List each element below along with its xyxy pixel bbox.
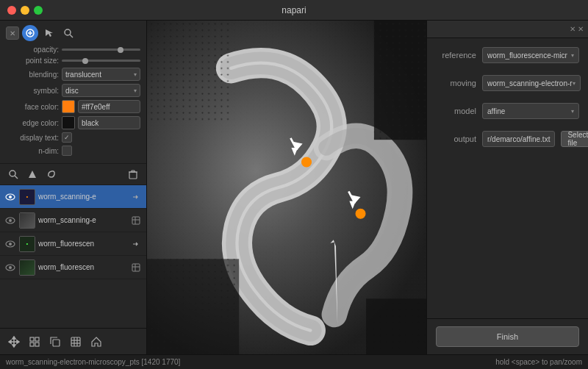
svg-point-15 (9, 219, 12, 222)
layer-type-icon (130, 262, 142, 273)
svg-point-4 (65, 29, 71, 35)
close-layer-btn[interactable]: ✕ (6, 26, 19, 40)
add-points-btn[interactable] (22, 25, 38, 41)
window-controls (7, 6, 43, 15)
symbol-select[interactable]: disc ▾ (62, 84, 140, 97)
moving-arrow-icon: ▾ (573, 80, 576, 87)
copy-icon[interactable] (47, 334, 63, 350)
right-panel: ✕ ✕ reference worm_fluorescence-micr ▾ m… (426, 21, 588, 354)
layer-item[interactable]: worm_scanning-e (0, 209, 146, 232)
svg-rect-49 (374, 21, 426, 140)
point-size-slider[interactable] (62, 60, 140, 62)
status-left: worm_scanning-electron-microscopy_pts [1… (6, 358, 180, 366)
output-row: output r/demarco/affine.txt Select file (436, 131, 579, 147)
status-right: hold <space> to pan/zoom (495, 358, 582, 366)
layer-list: • worm_scanning-e (0, 185, 146, 328)
layers-section: • worm_scanning-e (0, 164, 146, 328)
select-file-button[interactable]: Select file (561, 131, 588, 147)
layers-points-icon[interactable] (25, 167, 40, 182)
maximize-button[interactable] (34, 6, 43, 15)
display-text-label: display text: (6, 134, 59, 142)
point-size-label: point size: (6, 57, 59, 65)
layer-visibility-toggle[interactable] (4, 191, 16, 203)
blending-label: blending: (6, 71, 59, 79)
reference-row: reference worm_fluorescence-micr ▾ (436, 47, 579, 63)
opacity-row: opacity: (6, 46, 140, 54)
opacity-slider[interactable] (62, 49, 140, 51)
edge-color-value[interactable]: black (78, 116, 140, 129)
svg-rect-9 (129, 172, 137, 179)
delete-layer-btn[interactable] (126, 167, 140, 182)
close-button[interactable] (7, 6, 16, 15)
status-bar: worm_scanning-electron-microscopy_pts [1… (0, 354, 588, 369)
layer-toolbar-row: ✕ (6, 25, 140, 41)
point-size-row: point size: (6, 57, 140, 65)
svg-point-60 (356, 209, 365, 218)
search-btn[interactable] (60, 25, 76, 41)
svg-rect-47 (147, 21, 231, 124)
right-panel-content: reference worm_fluorescence-micr ▾ movin… (427, 38, 588, 318)
canvas-area[interactable] (147, 21, 426, 354)
n-dim-checkbox[interactable] (62, 146, 72, 156)
svg-line-7 (15, 176, 18, 179)
bottom-toolbar (0, 328, 146, 354)
layer-item[interactable]: • worm_scanning-e (0, 185, 146, 209)
edge-color-swatch[interactable] (62, 116, 75, 129)
n-dim-label: n-dim: (6, 147, 59, 155)
right-panel-footer: Finish (427, 318, 588, 354)
svg-rect-35 (35, 343, 39, 346)
layer-name: worm_fluorescen (38, 263, 127, 271)
face-color-swatch[interactable] (62, 100, 75, 113)
model-row: model affine ▾ (436, 103, 579, 119)
svg-marker-42 (92, 337, 101, 346)
layer-visibility-toggle[interactable] (4, 262, 16, 273)
right-panel-close-icon[interactable]: ✕ ✕ (570, 25, 584, 33)
svg-rect-34 (30, 343, 34, 346)
layer-item[interactable]: • worm_fluorescen (0, 232, 146, 256)
blending-select[interactable]: translucent ▾ (62, 68, 140, 81)
svg-rect-23 (132, 264, 140, 271)
layers-search-icon[interactable] (6, 167, 21, 182)
minimize-button[interactable] (21, 6, 29, 15)
symbol-row: symbol: disc ▾ (6, 84, 140, 97)
reference-label: reference (436, 51, 476, 60)
layer-name: worm_scanning-e (38, 216, 127, 224)
layer-visibility-toggle[interactable] (4, 215, 16, 226)
layer-type-icon (130, 238, 142, 250)
select-mode-btn[interactable] (41, 25, 57, 41)
svg-point-59 (302, 157, 312, 167)
model-label: model (436, 107, 476, 115)
layer-thumbnail (19, 212, 35, 229)
svg-marker-28 (12, 337, 15, 339)
move-tool-icon[interactable] (6, 334, 22, 350)
layer-item[interactable]: worm_fluorescen (0, 256, 146, 279)
svg-marker-8 (29, 171, 36, 178)
finish-button[interactable]: Finish (436, 326, 579, 347)
moving-label: moving (436, 79, 476, 87)
settings-icon[interactable] (68, 334, 84, 350)
svg-marker-31 (17, 340, 19, 343)
display-text-row: display text: ✓ (6, 132, 140, 143)
layer-type-icon (130, 191, 142, 203)
svg-marker-29 (12, 345, 15, 347)
face-color-row: face color: #ff7e0eff (6, 100, 140, 113)
layer-thumbnail (19, 259, 35, 276)
reference-arrow-icon: ▾ (571, 52, 574, 59)
edge-color-row: edge color: black (6, 116, 140, 129)
display-text-checkbox[interactable]: ✓ (62, 132, 72, 143)
layer-visibility-toggle[interactable] (4, 238, 16, 250)
model-select[interactable]: affine ▾ (482, 103, 579, 119)
home-icon[interactable] (88, 334, 104, 350)
output-label: output (436, 135, 476, 143)
reference-select[interactable]: worm_fluorescence-micr ▾ (482, 47, 579, 63)
moving-select[interactable]: worm_scanning-electron-r ▾ (482, 75, 581, 91)
model-arrow-icon: ▾ (571, 108, 574, 115)
layers-lasso-icon[interactable] (44, 167, 59, 182)
layer-name: worm_fluorescen (38, 240, 127, 248)
svg-line-5 (70, 35, 73, 37)
face-color-value[interactable]: #ff7e0eff (78, 100, 140, 113)
grid-icon[interactable] (26, 334, 43, 350)
layers-toolbar (0, 164, 146, 185)
output-path[interactable]: r/demarco/affine.txt (482, 131, 555, 147)
svg-marker-3 (46, 29, 53, 37)
